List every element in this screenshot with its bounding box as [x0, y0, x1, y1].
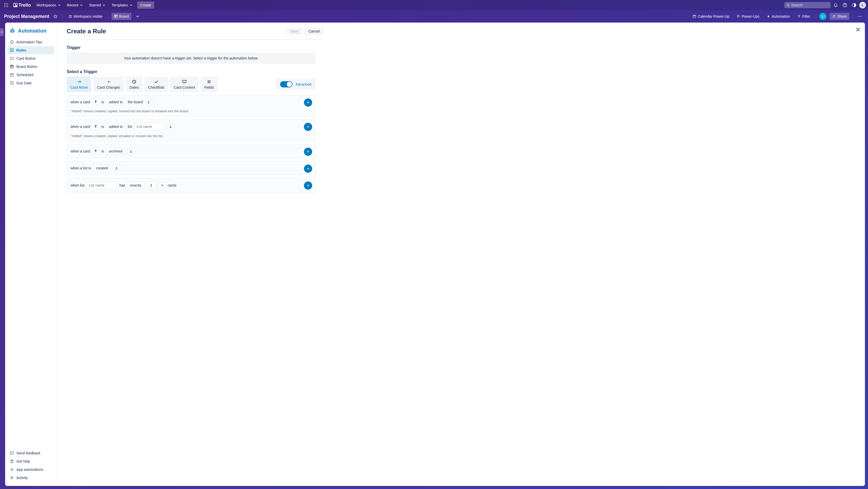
- svg-line-13: [789, 6, 789, 6]
- save-button[interactable]: Save: [287, 28, 302, 35]
- svg-point-8: [7, 6, 8, 7]
- person-icon[interactable]: [127, 148, 134, 154]
- svg-point-74: [170, 126, 171, 127]
- apps-switcher-icon[interactable]: [2, 1, 10, 9]
- board-view-button[interactable]: Board: [112, 13, 131, 20]
- list-name-input[interactable]: [87, 182, 117, 189]
- person-icon[interactable]: [145, 99, 152, 105]
- search-icon: [786, 3, 789, 7]
- boardbar: Project Management Workspace visible Boa…: [0, 10, 868, 23]
- tab-checklists[interactable]: Checklists: [145, 77, 168, 92]
- filter-icon[interactable]: [92, 124, 99, 130]
- sidebar-item-due-date[interactable]: Due Date: [7, 79, 54, 87]
- svg-point-76: [116, 167, 117, 168]
- svg-rect-48: [11, 66, 11, 67]
- svg-line-69: [134, 82, 135, 82]
- sidebar-item-activity[interactable]: Activity: [7, 474, 54, 482]
- automation-button[interactable]: Automation: [764, 13, 793, 20]
- trello-logo[interactable]: Trello: [11, 3, 33, 8]
- svg-point-57: [11, 469, 12, 470]
- action-dropdown[interactable]: created: [93, 165, 111, 172]
- main-content: Create a Rule Save Cancel Trigger Your a…: [56, 23, 865, 486]
- filter-button[interactable]: Filter: [795, 13, 813, 20]
- exactly-dropdown[interactable]: exactly: [127, 182, 144, 189]
- sidebar-item-app-automations[interactable]: App automations: [7, 465, 54, 474]
- svg-rect-22: [693, 15, 696, 18]
- board-member-avatar[interactable]: L: [819, 13, 827, 20]
- nav-workspaces[interactable]: Workspaces: [34, 2, 63, 9]
- nav-starred[interactable]: Starred: [87, 2, 108, 9]
- tab-card-changes[interactable]: Card Changes: [93, 77, 124, 92]
- svg-point-75: [130, 150, 131, 151]
- svg-point-0: [4, 3, 5, 4]
- action-dropdown[interactable]: added to: [106, 123, 126, 130]
- calendar-powerup-button[interactable]: Calendar Power-Up: [690, 13, 732, 20]
- search-input[interactable]: [791, 3, 829, 7]
- action-dropdown[interactable]: archived: [106, 148, 125, 155]
- svg-point-5: [7, 5, 8, 6]
- sidebar-peek-icon[interactable]: [0, 28, 4, 36]
- tab-card-move[interactable]: Card Move: [67, 77, 91, 92]
- svg-point-3: [4, 5, 5, 6]
- svg-point-1: [6, 3, 7, 4]
- list-name-input[interactable]: [134, 123, 165, 130]
- add-trigger-button[interactable]: +: [304, 98, 312, 107]
- search-box[interactable]: [784, 2, 831, 8]
- empty-trigger-message: Your automation doesn't have a trigger y…: [67, 53, 315, 64]
- sidebar-item-feedback[interactable]: Send feedback: [7, 449, 54, 457]
- sidebar-item-rules[interactable]: Rules: [7, 46, 54, 54]
- workspace-visible-button[interactable]: Workspace visible: [66, 13, 105, 20]
- add-trigger-button[interactable]: +: [304, 165, 312, 173]
- svg-point-2: [7, 3, 8, 4]
- sidebar-item-card-button[interactable]: Card Button: [7, 54, 54, 63]
- svg-point-32: [858, 16, 859, 17]
- trigger-section-label: Trigger: [67, 45, 323, 50]
- advanced-toggle-wrap: Advanced: [276, 79, 315, 90]
- sidebar-item-board-button[interactable]: Board Button: [7, 63, 54, 71]
- theme-icon[interactable]: [850, 1, 858, 9]
- svg-point-39: [12, 28, 12, 29]
- svg-point-73: [148, 101, 149, 102]
- nav-templates[interactable]: Templates: [109, 2, 135, 9]
- powerups-button[interactable]: Power-Ups: [734, 13, 762, 20]
- nav-recent[interactable]: Recent: [64, 2, 85, 9]
- sidebar-item-scheduled[interactable]: Scheduled: [7, 71, 54, 79]
- svg-rect-20: [115, 15, 116, 17]
- close-icon[interactable]: [855, 27, 861, 32]
- count-input[interactable]: [146, 182, 156, 189]
- svg-rect-46: [10, 57, 13, 60]
- trigger-row-3: when a card is archived +: [67, 144, 315, 158]
- create-button[interactable]: Create: [137, 2, 154, 9]
- svg-point-12: [787, 4, 789, 6]
- advanced-toggle[interactable]: [280, 81, 292, 88]
- tab-card-content[interactable]: Card Content: [170, 77, 198, 92]
- filter-icon[interactable]: [92, 99, 99, 105]
- add-trigger-button[interactable]: +: [304, 148, 312, 156]
- sidebar-item-help[interactable]: Get help: [7, 457, 54, 465]
- person-icon[interactable]: [167, 124, 174, 130]
- svg-point-42: [12, 43, 12, 43]
- notifications-icon[interactable]: [832, 1, 840, 9]
- help-icon[interactable]: [841, 1, 849, 9]
- person-icon[interactable]: [113, 165, 120, 171]
- tab-dates[interactable]: Dates: [126, 77, 143, 92]
- trigger-row-1: when a card is added to the board + "Add…: [67, 95, 315, 116]
- add-trigger-button[interactable]: +: [304, 123, 312, 131]
- tab-fields[interactable]: Fields: [200, 77, 217, 92]
- action-dropdown[interactable]: added to: [106, 98, 126, 106]
- board-name[interactable]: Project Management: [4, 14, 49, 19]
- sidebar-item-tips[interactable]: Automation Tips: [7, 38, 54, 46]
- filter-icon[interactable]: [92, 148, 99, 154]
- share-button[interactable]: Share: [830, 13, 849, 20]
- trigger-hint: "Added" means created, copied, emailed o…: [70, 134, 312, 138]
- board-menu-icon[interactable]: [856, 12, 864, 21]
- add-trigger-button[interactable]: +: [304, 182, 312, 190]
- plus-icon[interactable]: [158, 182, 166, 188]
- cancel-button[interactable]: Cancel: [305, 28, 323, 35]
- user-avatar[interactable]: L: [859, 2, 866, 8]
- star-icon[interactable]: [51, 12, 60, 21]
- robot-icon: [9, 28, 16, 34]
- logo-text: Trello: [19, 3, 31, 8]
- trigger-row-5: when list has exactly cards +: [67, 178, 315, 193]
- view-switcher-icon[interactable]: [133, 12, 142, 21]
